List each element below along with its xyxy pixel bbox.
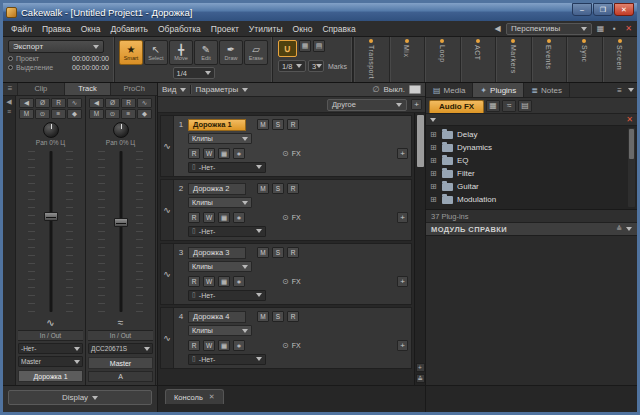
- track-input-dropdown[interactable]: ▯ -Нет-: [188, 162, 266, 173]
- tab-plugins[interactable]: ✦ Plugins: [473, 83, 524, 97]
- module-markers[interactable]: Markers: [495, 37, 531, 82]
- solo-button[interactable]: S: [272, 119, 284, 130]
- collapse-icon[interactable]: ≙: [616, 225, 622, 233]
- record-arm-button[interactable]: R: [287, 247, 299, 258]
- close-workspace-icon[interactable]: ✕: [623, 24, 634, 33]
- fx-bin[interactable]: ⊙ FX: [282, 149, 301, 158]
- list-icon[interactable]: ▤: [518, 100, 532, 112]
- options-menu[interactable]: Параметры: [195, 85, 238, 94]
- snap-count-spinner[interactable]: 3: [308, 60, 324, 72]
- record-arm-button[interactable]: R: [287, 183, 299, 194]
- minimize-button[interactable]: –: [572, 3, 592, 16]
- track-input-dropdown[interactable]: ▯ -Нет-: [188, 290, 266, 301]
- automation-read-button[interactable]: R: [188, 340, 200, 351]
- chevron-down-icon[interactable]: [626, 227, 632, 231]
- menu-icon[interactable]: ≡: [51, 109, 66, 119]
- strip-name[interactable]: Дорожка 1: [18, 370, 83, 382]
- fader-handle[interactable]: [44, 212, 58, 221]
- move-tool-button[interactable]: ╋ Move: [169, 40, 193, 65]
- off-icon[interactable]: ∅: [372, 85, 379, 94]
- fx-bin[interactable]: ⊙ FX: [282, 341, 301, 350]
- track-handle[interactable]: ∿: [161, 116, 174, 176]
- track-row[interactable]: ∿ 2 Дорожка 2 M S R Клипы: [160, 179, 412, 241]
- fx-bin[interactable]: ⊙ FX: [282, 213, 301, 222]
- menu-icon[interactable]: ≡: [121, 109, 136, 119]
- draw-resolution-dropdown[interactable]: 1/4: [173, 67, 215, 79]
- input-selector[interactable]: -Нет-: [18, 343, 83, 354]
- menu-icon[interactable]: ≡: [3, 83, 17, 95]
- collapse-tracks-button[interactable]: ≙: [416, 374, 425, 383]
- menu-item-utilities[interactable]: Утилиты: [244, 22, 288, 36]
- fader-handle[interactable]: [114, 218, 128, 227]
- freeze-icon[interactable]: ∗: [233, 148, 245, 159]
- output-selector[interactable]: Master: [18, 356, 83, 367]
- tree-item-dynamics[interactable]: ⊞ Dynamics: [430, 141, 625, 154]
- mute-button[interactable]: M: [19, 109, 34, 119]
- track-input-dropdown[interactable]: ▯ -Нет-: [188, 354, 266, 365]
- phase-button[interactable]: Ø: [105, 98, 120, 108]
- interleave-icon[interactable]: ◆: [137, 109, 152, 119]
- waves-icon[interactable]: ≈: [502, 100, 516, 112]
- add-fx-button[interactable]: +: [397, 276, 408, 287]
- input-echo-button[interactable]: ⊙: [105, 109, 120, 119]
- menu-icon[interactable]: ≡: [614, 86, 625, 95]
- mute-button[interactable]: M: [89, 109, 104, 119]
- collapse-icon[interactable]: ◀: [6, 98, 11, 106]
- freeze-icon[interactable]: ∗: [233, 276, 245, 287]
- tab-proch[interactable]: ProCh: [110, 83, 157, 95]
- vertical-scrollbar[interactable]: + ≙: [414, 113, 425, 385]
- mute-button[interactable]: M: [257, 183, 269, 194]
- menu-item-insert[interactable]: Добавить: [105, 22, 153, 36]
- bank-label[interactable]: A: [88, 371, 153, 382]
- grid-icon[interactable]: ▦: [486, 100, 500, 112]
- record-arm-button[interactable]: R: [51, 98, 66, 108]
- menu-item-file[interactable]: Файл: [6, 22, 37, 36]
- menu-icon[interactable]: ≡: [7, 108, 11, 115]
- automation-read-button[interactable]: R: [188, 212, 200, 223]
- clips-dropdown[interactable]: Клипы: [188, 261, 252, 272]
- pin-icon[interactable]: ▪: [609, 24, 620, 33]
- select-tool-button[interactable]: ↖ Select: [144, 40, 168, 65]
- mute-button[interactable]: M: [257, 247, 269, 258]
- pan-knob[interactable]: [43, 122, 59, 138]
- menu-item-window[interactable]: Окно: [288, 22, 318, 36]
- rewind-icon[interactable]: ◀: [89, 98, 104, 108]
- add-fx-button[interactable]: +: [397, 148, 408, 159]
- solo-button[interactable]: S: [272, 183, 284, 194]
- menu-item-views[interactable]: Окна: [76, 22, 106, 36]
- tab-clip[interactable]: Clip: [17, 83, 64, 95]
- menu-item-project[interactable]: Проект: [206, 22, 244, 36]
- automation-write-button[interactable]: W: [203, 276, 215, 287]
- draw-tool-button[interactable]: ✒ Draw: [219, 40, 243, 65]
- export-button[interactable]: Экспорт: [8, 40, 104, 53]
- snap-resolution-dropdown[interactable]: 1/8: [278, 60, 306, 72]
- track-row[interactable]: ∿ 1 Дорожка 1 M S R Клипы: [160, 115, 412, 177]
- track-row[interactable]: ∿ 3 Дорожка 3 M S R Клипы: [160, 243, 412, 305]
- freeze-icon[interactable]: ∗: [233, 340, 245, 351]
- record-arm-button[interactable]: R: [287, 311, 299, 322]
- close-icon[interactable]: ✕: [209, 393, 215, 401]
- add-fx-button[interactable]: +: [397, 212, 408, 223]
- automation-read-button[interactable]: R: [188, 148, 200, 159]
- tab-console[interactable]: Консоль ✕: [165, 389, 224, 404]
- grid-icon[interactable]: ▦: [218, 340, 230, 351]
- module-events[interactable]: Events: [531, 37, 567, 82]
- track-handle[interactable]: ∿: [161, 244, 174, 304]
- tree-scrollbar[interactable]: [628, 128, 635, 207]
- radio-icon[interactable]: [8, 65, 13, 70]
- track-name[interactable]: Дорожка 3: [188, 247, 246, 259]
- view-menu[interactable]: Вид: [162, 85, 176, 94]
- zoom-in-button[interactable]: +: [416, 363, 425, 372]
- automation-write-button[interactable]: W: [203, 340, 215, 351]
- record-arm-button[interactable]: R: [121, 98, 136, 108]
- record-arm-button[interactable]: R: [287, 119, 299, 130]
- automation-write-button[interactable]: W: [203, 212, 215, 223]
- clips-dropdown[interactable]: Клипы: [188, 325, 252, 336]
- solo-button[interactable]: S: [272, 311, 284, 322]
- erase-tool-button[interactable]: ▱ Erase: [244, 40, 268, 65]
- solo-button[interactable]: S: [272, 247, 284, 258]
- back-icon[interactable]: ◀: [492, 24, 503, 33]
- snap-grid-alt-icon[interactable]: ▤: [313, 40, 325, 52]
- snap-grid-icon[interactable]: ▦: [299, 40, 311, 52]
- grid-icon[interactable]: ▦: [595, 24, 606, 33]
